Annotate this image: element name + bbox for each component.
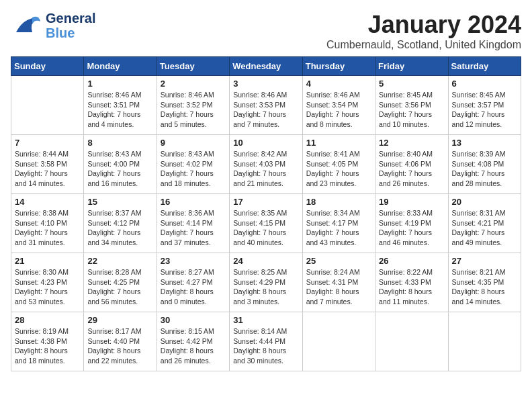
calendar-cell: 7Sunrise: 8:44 AMSunset: 3:58 PMDaylight… (11, 135, 84, 194)
calendar-cell: 31Sunrise: 8:14 AMSunset: 4:44 PMDayligh… (230, 312, 302, 371)
calendar-cell: 6Sunrise: 8:45 AMSunset: 3:57 PMDaylight… (448, 76, 521, 135)
calendar-cell: 11Sunrise: 8:41 AMSunset: 4:05 PMDayligh… (302, 135, 375, 194)
day-number: 18 (306, 197, 371, 207)
calendar-week-row: 14Sunrise: 8:38 AMSunset: 4:10 PMDayligh… (11, 194, 521, 253)
calendar-cell: 1Sunrise: 8:46 AMSunset: 3:51 PMDaylight… (84, 76, 157, 135)
day-number: 5 (379, 79, 444, 89)
day-number: 8 (87, 138, 152, 148)
calendar-cell: 4Sunrise: 8:46 AMSunset: 3:54 PMDaylight… (302, 76, 375, 135)
day-info: Sunrise: 8:28 AMSunset: 4:25 PMDaylight:… (87, 267, 152, 307)
day-info: Sunrise: 8:39 AMSunset: 4:08 PMDaylight:… (452, 149, 517, 189)
day-number: 12 (379, 138, 444, 148)
calendar-cell: 25Sunrise: 8:24 AMSunset: 4:31 PMDayligh… (302, 253, 375, 312)
logo-text-blue: Blue (46, 26, 95, 40)
day-number: 17 (233, 197, 298, 207)
day-info: Sunrise: 8:22 AMSunset: 4:33 PMDaylight:… (379, 267, 444, 307)
day-info: Sunrise: 8:35 AMSunset: 4:15 PMDaylight:… (233, 208, 298, 248)
calendar-cell: 27Sunrise: 8:21 AMSunset: 4:35 PMDayligh… (448, 253, 521, 312)
day-info: Sunrise: 8:43 AMSunset: 4:00 PMDaylight:… (87, 149, 152, 189)
calendar-cell: 8Sunrise: 8:43 AMSunset: 4:00 PMDaylight… (84, 135, 157, 194)
calendar-cell: 30Sunrise: 8:15 AMSunset: 4:42 PMDayligh… (157, 312, 229, 371)
day-number: 10 (233, 138, 298, 148)
day-number: 21 (15, 256, 80, 266)
day-info: Sunrise: 8:34 AMSunset: 4:17 PMDaylight:… (306, 208, 371, 248)
logo-icon (11, 12, 43, 39)
day-number: 19 (379, 197, 444, 207)
day-number: 11 (306, 138, 371, 148)
day-info: Sunrise: 8:24 AMSunset: 4:31 PMDaylight:… (306, 267, 371, 307)
day-number: 29 (87, 315, 152, 325)
header-thursday: Thursday (302, 57, 375, 76)
month-title: January 2024 (326, 11, 521, 39)
calendar-week-row: 21Sunrise: 8:30 AMSunset: 4:23 PMDayligh… (11, 253, 521, 312)
day-number: 9 (161, 138, 226, 148)
day-number: 24 (233, 256, 298, 266)
day-info: Sunrise: 8:30 AMSunset: 4:23 PMDaylight:… (15, 267, 80, 307)
calendar-header-row: SundayMondayTuesdayWednesdayThursdayFrid… (11, 57, 521, 76)
day-number: 4 (306, 79, 371, 89)
calendar-week-row: 28Sunrise: 8:19 AMSunset: 4:38 PMDayligh… (11, 312, 521, 371)
calendar-cell: 22Sunrise: 8:28 AMSunset: 4:25 PMDayligh… (84, 253, 157, 312)
location: Cumbernauld, Scotland, United Kingdom (326, 39, 521, 51)
day-number: 6 (452, 79, 517, 89)
day-info: Sunrise: 8:14 AMSunset: 4:44 PMDaylight:… (233, 326, 298, 366)
calendar-cell: 15Sunrise: 8:37 AMSunset: 4:12 PMDayligh… (84, 194, 157, 253)
calendar-week-row: 7Sunrise: 8:44 AMSunset: 3:58 PMDaylight… (11, 135, 521, 194)
header-monday: Monday (84, 57, 157, 76)
day-info: Sunrise: 8:46 AMSunset: 3:52 PMDaylight:… (161, 90, 226, 130)
day-number: 27 (452, 256, 517, 266)
calendar-table: SundayMondayTuesdayWednesdayThursdayFrid… (11, 56, 521, 371)
calendar-cell: 14Sunrise: 8:38 AMSunset: 4:10 PMDayligh… (11, 194, 84, 253)
day-number: 26 (379, 256, 444, 266)
day-info: Sunrise: 8:45 AMSunset: 3:57 PMDaylight:… (452, 90, 517, 130)
calendar-cell: 2Sunrise: 8:46 AMSunset: 3:52 PMDaylight… (157, 76, 229, 135)
calendar-cell: 10Sunrise: 8:42 AMSunset: 4:03 PMDayligh… (230, 135, 302, 194)
day-info: Sunrise: 8:37 AMSunset: 4:12 PMDaylight:… (87, 208, 152, 248)
logo: General Blue (11, 11, 95, 40)
day-info: Sunrise: 8:46 AMSunset: 3:54 PMDaylight:… (306, 90, 371, 130)
day-info: Sunrise: 8:17 AMSunset: 4:40 PMDaylight:… (87, 326, 152, 366)
header-saturday: Saturday (448, 57, 521, 76)
calendar-cell: 29Sunrise: 8:17 AMSunset: 4:40 PMDayligh… (84, 312, 157, 371)
day-info: Sunrise: 8:42 AMSunset: 4:03 PMDaylight:… (233, 149, 298, 189)
day-info: Sunrise: 8:36 AMSunset: 4:14 PMDaylight:… (161, 208, 226, 248)
calendar-cell: 9Sunrise: 8:43 AMSunset: 4:02 PMDaylight… (157, 135, 229, 194)
logo-text-general: General (46, 11, 95, 26)
calendar-cell: 5Sunrise: 8:45 AMSunset: 3:56 PMDaylight… (375, 76, 448, 135)
day-number: 20 (452, 197, 517, 207)
calendar-week-row: 1Sunrise: 8:46 AMSunset: 3:51 PMDaylight… (11, 76, 521, 135)
calendar-cell: 21Sunrise: 8:30 AMSunset: 4:23 PMDayligh… (11, 253, 84, 312)
header-sunday: Sunday (11, 57, 84, 76)
day-number: 13 (452, 138, 517, 148)
day-number: 15 (87, 197, 152, 207)
day-number: 30 (161, 315, 226, 325)
day-number: 3 (233, 79, 298, 89)
day-info: Sunrise: 8:46 AMSunset: 3:51 PMDaylight:… (87, 90, 152, 130)
day-info: Sunrise: 8:21 AMSunset: 4:35 PMDaylight:… (452, 267, 517, 307)
day-number: 16 (161, 197, 226, 207)
day-number: 7 (15, 138, 80, 148)
calendar-cell: 17Sunrise: 8:35 AMSunset: 4:15 PMDayligh… (230, 194, 302, 253)
day-number: 2 (161, 79, 226, 89)
day-info: Sunrise: 8:27 AMSunset: 4:27 PMDaylight:… (161, 267, 226, 307)
day-number: 28 (15, 315, 80, 325)
calendar-cell: 19Sunrise: 8:33 AMSunset: 4:19 PMDayligh… (375, 194, 448, 253)
day-number: 1 (87, 79, 152, 89)
calendar-cell: 18Sunrise: 8:34 AMSunset: 4:17 PMDayligh… (302, 194, 375, 253)
day-info: Sunrise: 8:33 AMSunset: 4:19 PMDaylight:… (379, 208, 444, 248)
page-header: General Blue January 2024 Cumbernauld, S… (11, 11, 521, 51)
day-info: Sunrise: 8:44 AMSunset: 3:58 PMDaylight:… (15, 149, 80, 189)
day-info: Sunrise: 8:31 AMSunset: 4:21 PMDaylight:… (452, 208, 517, 248)
calendar-cell: 23Sunrise: 8:27 AMSunset: 4:27 PMDayligh… (157, 253, 229, 312)
header-friday: Friday (375, 57, 448, 76)
day-info: Sunrise: 8:43 AMSunset: 4:02 PMDaylight:… (161, 149, 226, 189)
header-wednesday: Wednesday (230, 57, 302, 76)
day-info: Sunrise: 8:25 AMSunset: 4:29 PMDaylight:… (233, 267, 298, 307)
calendar-cell (11, 76, 84, 135)
calendar-cell (375, 312, 448, 371)
day-info: Sunrise: 8:45 AMSunset: 3:56 PMDaylight:… (379, 90, 444, 130)
calendar-cell: 26Sunrise: 8:22 AMSunset: 4:33 PMDayligh… (375, 253, 448, 312)
day-number: 14 (15, 197, 80, 207)
day-number: 22 (87, 256, 152, 266)
calendar-cell: 16Sunrise: 8:36 AMSunset: 4:14 PMDayligh… (157, 194, 229, 253)
